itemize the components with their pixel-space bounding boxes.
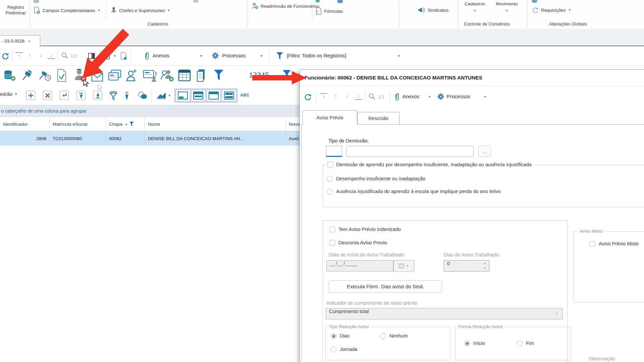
layout-top-panel-button[interactable]	[207, 90, 221, 101]
reducao-nenhum-radio[interactable]	[380, 333, 386, 339]
ellipse-shape-icon[interactable]	[138, 91, 148, 100]
people-add-icon[interactable]	[160, 69, 174, 82]
ribbon-item-readmissao[interactable]: Readmissão de Funcionários	[252, 3, 319, 9]
executa-formula-button[interactable]: Executa Fórm. Dias aviso do Sind.	[329, 280, 442, 293]
aprendiz-checkbox[interactable]	[327, 162, 333, 167]
ribbon-item-campos-complementares[interactable]: Campos Complementares ▼	[34, 7, 101, 14]
data-inicio-input[interactable]: __/__/____	[326, 260, 393, 272]
pushpin-clock-icon[interactable]	[38, 69, 52, 82]
next-record-button[interactable]: ↓	[343, 93, 351, 99]
forma-inicio-radio[interactable]	[464, 341, 470, 346]
card-person-icon[interactable]	[143, 69, 157, 82]
chevron-down-icon[interactable]: ▼	[200, 54, 203, 58]
close-icon[interactable]: ×	[28, 39, 31, 44]
aviso-misto-checkbox[interactable]	[589, 241, 595, 247]
envelope-item-icon[interactable]	[91, 69, 104, 82]
search-icon[interactable]	[368, 93, 376, 100]
return-arrow-button[interactable]	[60, 91, 69, 100]
ribbon-item-sindicatos[interactable]: Sindicatos	[418, 7, 448, 13]
pushpin-icon[interactable]	[21, 69, 34, 82]
ausencia-radio[interactable]	[327, 189, 333, 194]
spinner-up-icon[interactable]: ▲	[483, 262, 486, 265]
refresh-button[interactable]	[304, 93, 312, 101]
export-button[interactable]	[103, 52, 111, 60]
processos-dropdown[interactable]: Processos	[222, 53, 246, 58]
tab-label: Rescisão	[368, 116, 388, 121]
document-check-icon[interactable]	[56, 69, 68, 82]
chart-dropdown[interactable]: ▼	[156, 92, 171, 100]
processos-dropdown[interactable]: Processos	[447, 94, 470, 99]
layout-stacked-button[interactable]	[222, 90, 236, 101]
document-tab-03-0-0516[interactable]: - 03.0.0516 ×	[0, 35, 40, 46]
first-record-button[interactable]: ↑	[15, 52, 23, 59]
desconta-aviso-checkbox[interactable]	[330, 240, 335, 246]
column-header-chapa[interactable]: Chapa ▲	[106, 117, 145, 131]
delete-row-button[interactable]	[43, 91, 52, 100]
chevron-down-icon[interactable]: ▼	[397, 54, 400, 58]
add-row-button[interactable]	[26, 91, 35, 100]
first-record-button[interactable]: ↑	[320, 93, 327, 100]
next-record-button[interactable]: ↓	[37, 52, 44, 58]
refresh-button[interactable]	[1, 52, 9, 60]
tipo-demissao-codigo-input[interactable]	[326, 146, 342, 157]
move-up-button[interactable]	[76, 91, 86, 100]
column-filter-icon[interactable]	[129, 122, 134, 126]
tab-rescisao[interactable]: Rescisão	[357, 112, 399, 125]
ribbon-item-movimento-dropdown[interactable]: Movimento ▼	[496, 1, 518, 12]
spellcheck-abc-icon[interactable]: ABC	[240, 93, 250, 98]
ribbon-item-cadastros-dropdown[interactable]: Cadastros ▼	[465, 1, 485, 12]
pin-column-icon[interactable]	[123, 90, 130, 101]
anexos-dropdown[interactable]: Anexos	[153, 53, 169, 58]
tem-aviso-checkbox[interactable]	[330, 227, 335, 232]
filter-dropdown[interactable]: [Filtro: Todos os Registros]	[287, 53, 346, 58]
tipo-demissao-descricao-input[interactable]	[346, 146, 474, 157]
filter-funnel-large-icon[interactable]	[213, 69, 224, 81]
desempenho-radio[interactable]	[327, 176, 333, 182]
search-icon[interactable]	[61, 52, 68, 59]
cut-icon-stub	[193, 0, 198, 3]
padrao-dropdown[interactable]: edrão ▼	[0, 92, 17, 97]
ribbon-item-formulas[interactable]: f Fórmulas	[316, 7, 343, 15]
column-header-identificador[interactable]: Identificador	[0, 117, 50, 131]
indicador-combobox[interactable]: Cumprimento total ∨	[326, 308, 562, 319]
ribbon-label: Movimento	[496, 1, 518, 6]
panel-layout-icon[interactable]	[88, 52, 95, 60]
chevron-down-icon[interactable]: ▼	[484, 95, 487, 99]
column-header-nome[interactable]: Nome	[145, 117, 286, 131]
filter-funnel-small-icon[interactable]	[282, 70, 291, 80]
forma-fim-radio[interactable]	[517, 341, 523, 346]
ribbon-item-registro-preliminar[interactable]: Registro Preliminar	[3, 5, 28, 15]
person-add-icon[interactable]	[125, 69, 139, 82]
copy-book-icon[interactable]	[195, 69, 207, 82]
chevron-down-icon[interactable]: ▼	[260, 54, 263, 58]
database-add-icon[interactable]	[3, 69, 16, 82]
toolbar-separator	[390, 91, 390, 104]
move-down-button[interactable]	[93, 91, 102, 100]
column-header-matricula[interactable]: Matrícula eSocial	[50, 117, 106, 131]
person-dismiss-icon[interactable]	[73, 69, 87, 82]
last-record-button[interactable]: ↓	[48, 52, 55, 59]
dias-aviso-spinner[interactable]: 0 ▲ ▼	[444, 260, 489, 272]
lookup-button[interactable]: ...	[478, 146, 491, 157]
anexos-dropdown[interactable]: Anexos	[402, 94, 419, 99]
spinner-down-icon[interactable]: ▼	[483, 267, 486, 270]
layout-split-horizontal-button[interactable]	[191, 90, 206, 101]
layout-bottom-panel-button[interactable]	[176, 90, 190, 101]
chevron-down-icon[interactable]: ▼	[113, 54, 116, 58]
last-record-button[interactable]: ↓	[355, 93, 362, 100]
tab-aviso-previo[interactable]: Aviso Prévio	[303, 110, 357, 125]
funcionario-dialog: Funcionário: 00062 - DENISE BILL DA CONC…	[300, 69, 644, 362]
clear-filter-icon[interactable]	[109, 91, 118, 100]
windows-stack-icon[interactable]	[108, 69, 121, 81]
chevron-down-icon[interactable]: ▼	[428, 95, 431, 99]
reducao-jornada-radio[interactable]	[331, 347, 336, 352]
ribbon-item-chefes-supervisores[interactable]: Chefes e Supervisores ▼	[111, 7, 170, 14]
previous-record-button[interactable]: ↑	[332, 93, 339, 99]
reducao-dias-radio[interactable]	[331, 333, 336, 339]
table-grid-icon[interactable]	[178, 69, 191, 82]
dias-aviso-label: Dias de Aviso Trabalhado:	[444, 252, 500, 257]
calendar-dropdown-button[interactable]: ▼	[393, 260, 414, 272]
new-document-button[interactable]	[120, 52, 127, 60]
previous-record-button[interactable]: ↑	[26, 52, 34, 58]
ribbon-item-requisicoes[interactable]: Requisições ▼	[532, 7, 571, 13]
